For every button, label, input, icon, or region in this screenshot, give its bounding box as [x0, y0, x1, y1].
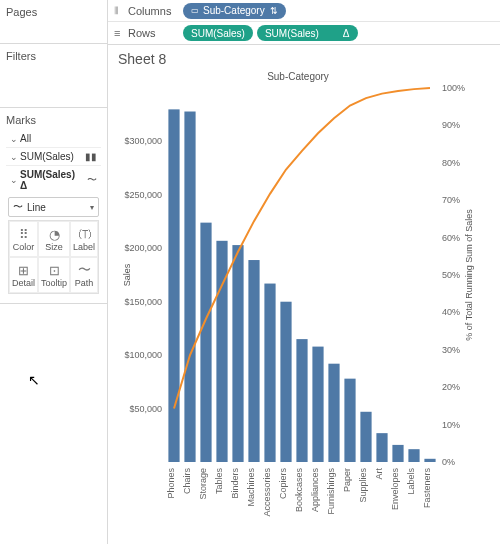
svg-text:50%: 50%	[442, 270, 460, 280]
chevron-down-icon: ⌄	[10, 152, 20, 162]
bar	[216, 241, 227, 462]
svg-text:Accessories: Accessories	[262, 468, 272, 517]
svg-text:Copiers: Copiers	[278, 468, 288, 500]
detail-icon: ⊞	[18, 262, 29, 278]
rows-icon: ≡	[114, 27, 128, 39]
bar	[264, 284, 275, 462]
svg-text:Sales: Sales	[122, 263, 132, 286]
svg-text:$50,000: $50,000	[129, 404, 162, 414]
size-icon: ◔	[49, 226, 60, 242]
bar	[232, 245, 243, 462]
bar	[312, 347, 323, 462]
chevron-down-icon: ⌄	[10, 175, 20, 185]
svg-text:10%: 10%	[442, 420, 460, 430]
marks-title: Marks	[6, 112, 101, 128]
svg-text:Labels: Labels	[406, 468, 416, 495]
bar	[168, 109, 179, 462]
color-icon: ⠿	[19, 226, 29, 242]
svg-text:$100,000: $100,000	[124, 350, 162, 360]
line-icon: 〜	[83, 173, 97, 187]
svg-text:60%: 60%	[442, 233, 460, 243]
svg-text:Art: Art	[374, 468, 384, 480]
bar	[248, 260, 259, 462]
bar	[200, 223, 211, 462]
tooltip-icon: ⊡	[49, 262, 60, 278]
pill-sumsales-1[interactable]: SUM(Sales)	[183, 25, 253, 41]
marks-sumsales-bar-row[interactable]: ⌄ SUM(Sales) ▮▮	[6, 147, 101, 165]
svg-text:% of Total Running Sum of Sale: % of Total Running Sum of Sales	[464, 209, 474, 341]
path-button[interactable]: 〜Path	[70, 257, 98, 293]
detail-button[interactable]: ⊞Detail	[9, 257, 38, 293]
shelves: ⦀ Columns ▭ Sub-Category ⇅ ≡ Rows SUM(Sa…	[108, 0, 500, 45]
marks-sumsales-line-row[interactable]: ⌄ SUM(Sales) Δ 〜	[6, 165, 101, 194]
sort-desc-icon: ⇅	[270, 6, 278, 16]
sheet-title: Sheet 8	[118, 51, 492, 67]
chart: Sub-Category $50,000$100,000$150,000$200…	[118, 71, 478, 541]
svg-text:40%: 40%	[442, 307, 460, 317]
size-button[interactable]: ◔Size	[38, 221, 70, 257]
pill-subcategory[interactable]: ▭ Sub-Category ⇅	[183, 3, 286, 19]
label-button[interactable]: 🄣Label	[70, 221, 98, 257]
bar	[392, 445, 403, 462]
svg-text:Bookcases: Bookcases	[294, 468, 304, 513]
dim-icon: ▭	[191, 6, 199, 15]
bar	[408, 449, 419, 462]
svg-text:100%: 100%	[442, 84, 465, 93]
columns-shelf[interactable]: ⦀ Columns ▭ Sub-Category ⇅	[108, 0, 500, 22]
svg-text:Chairs: Chairs	[182, 468, 192, 495]
bar	[184, 112, 195, 462]
rows-shelf[interactable]: ≡ Rows SUM(Sales) SUM(Sales)Δ	[108, 22, 500, 44]
columns-icon: ⦀	[114, 4, 128, 17]
pages-title: Pages	[6, 4, 101, 20]
svg-text:$250,000: $250,000	[124, 190, 162, 200]
marks-button-grid: ⠿Color ◔Size 🄣Label ⊞Detail ⊡Tooltip 〜Pa…	[8, 220, 99, 294]
svg-text:Storage: Storage	[198, 468, 208, 500]
bar	[360, 412, 371, 462]
svg-text:Appliances: Appliances	[310, 468, 320, 513]
left-sidebar: Pages Filters Marks ⌄ All ⌄ SUM(Sales) ▮…	[0, 0, 108, 544]
svg-text:30%: 30%	[442, 345, 460, 355]
bar	[424, 459, 435, 462]
color-button[interactable]: ⠿Color	[9, 221, 38, 257]
pill-sumsales-2[interactable]: SUM(Sales)Δ	[257, 25, 358, 41]
svg-text:70%: 70%	[442, 195, 460, 205]
svg-text:80%: 80%	[442, 158, 460, 168]
svg-text:20%: 20%	[442, 382, 460, 392]
bar	[328, 364, 339, 462]
svg-text:Paper: Paper	[342, 468, 352, 492]
svg-text:Phones: Phones	[166, 468, 176, 499]
svg-text:Binders: Binders	[230, 468, 240, 499]
svg-text:90%: 90%	[442, 120, 460, 130]
label-icon: 🄣	[78, 226, 91, 242]
mark-type-dropdown[interactable]: 〜 Line ▾	[8, 197, 99, 217]
dropdown-value: Line	[27, 202, 46, 213]
bar	[344, 379, 355, 462]
bar	[376, 433, 387, 462]
svg-text:Machines: Machines	[246, 468, 256, 507]
svg-text:Fasteners: Fasteners	[422, 468, 432, 509]
svg-text:0%: 0%	[442, 457, 455, 467]
chart-svg: $50,000$100,000$150,000$200,000$250,000$…	[118, 84, 478, 534]
svg-text:$200,000: $200,000	[124, 243, 162, 253]
line-icon: 〜	[13, 200, 23, 214]
caret-down-icon: ▾	[90, 203, 94, 212]
bar-icon: ▮▮	[83, 151, 97, 162]
svg-text:$150,000: $150,000	[124, 297, 162, 307]
path-icon: 〜	[78, 262, 91, 278]
chart-title: Sub-Category	[118, 71, 478, 82]
filters-title: Filters	[6, 48, 101, 64]
bar	[280, 302, 291, 462]
chevron-down-icon: ⌄	[10, 134, 20, 144]
svg-text:Supplies: Supplies	[358, 468, 368, 503]
filters-panel: Filters	[0, 44, 107, 108]
svg-text:Envelopes: Envelopes	[390, 468, 400, 511]
sheet: Sheet 8 Sub-Category $50,000$100,000$150…	[108, 45, 500, 544]
marks-panel: Marks ⌄ All ⌄ SUM(Sales) ▮▮ ⌄ SUM(Sales)…	[0, 108, 107, 304]
svg-text:$300,000: $300,000	[124, 136, 162, 146]
pages-panel: Pages	[0, 0, 107, 44]
svg-text:Tables: Tables	[214, 468, 224, 495]
svg-text:Furnishings: Furnishings	[326, 468, 336, 515]
tooltip-button[interactable]: ⊡Tooltip	[38, 257, 70, 293]
marks-all-row[interactable]: ⌄ All	[6, 130, 101, 147]
main-area: ↖ ⦀ Columns ▭ Sub-Category ⇅ ≡ Rows SUM(…	[108, 0, 500, 544]
